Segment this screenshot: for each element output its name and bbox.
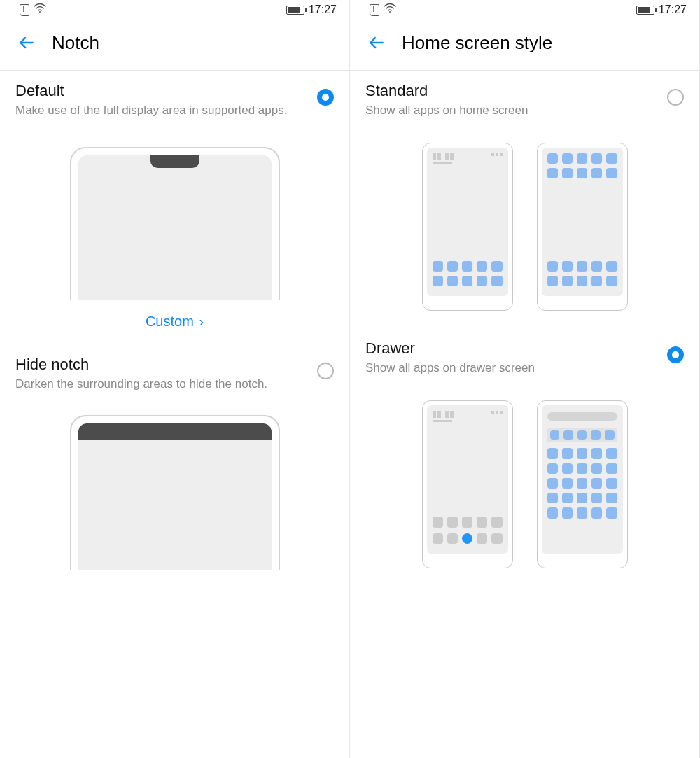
radio-hide-notch[interactable] xyxy=(317,363,334,379)
page-title: Notch xyxy=(52,32,99,54)
option-title: Drawer xyxy=(365,339,667,358)
option-title: Hide notch xyxy=(15,356,317,374)
preview-drawer xyxy=(350,386,699,585)
option-standard[interactable]: Standard Show all apps on home screen xyxy=(350,71,699,129)
option-title: Default xyxy=(15,82,317,100)
custom-link[interactable]: Custom › xyxy=(0,300,349,344)
arrow-left-icon xyxy=(18,34,36,52)
clock: 17:27 xyxy=(309,3,337,16)
option-title: Standard xyxy=(365,82,667,100)
back-button[interactable] xyxy=(15,31,39,55)
wifi-icon xyxy=(34,3,46,16)
sim-alert-icon xyxy=(370,4,379,16)
page-title: Home screen style xyxy=(402,32,552,54)
option-drawer[interactable]: Drawer Show all apps on drawer screen xyxy=(350,328,699,386)
radio-drawer[interactable] xyxy=(667,346,684,363)
battery-icon xyxy=(636,6,654,15)
battery-icon xyxy=(286,6,304,15)
preview-hide-notch xyxy=(0,402,349,570)
option-default[interactable]: Default Make use of the full display are… xyxy=(0,71,349,129)
preview-default xyxy=(0,129,349,300)
radio-default[interactable] xyxy=(317,89,334,106)
svg-point-0 xyxy=(39,11,41,13)
arrow-left-icon xyxy=(368,34,386,52)
option-desc: Show all apps on home screen xyxy=(365,103,667,119)
svg-point-1 xyxy=(389,11,391,13)
back-button[interactable] xyxy=(365,31,389,55)
option-hide-notch[interactable]: Hide notch Darken the surrounding areas … xyxy=(0,344,349,402)
header: Notch xyxy=(0,20,349,70)
notch-settings-screen: 17:27 Notch Default Make use of the full… xyxy=(0,0,350,758)
drawer-icon xyxy=(462,533,472,544)
option-desc: Darken the surrounding areas to hide the… xyxy=(15,377,317,393)
clock: 17:27 xyxy=(659,3,687,16)
chevron-right-icon: › xyxy=(199,314,204,329)
option-desc: Show all apps on drawer screen xyxy=(365,360,667,377)
preview-standard xyxy=(350,129,699,328)
status-bar: 17:27 xyxy=(0,0,349,20)
radio-standard[interactable] xyxy=(667,89,684,106)
status-bar: 17:27 xyxy=(350,0,699,20)
sim-alert-icon xyxy=(20,4,29,16)
home-screen-style-screen: 17:27 Home screen style Standard Show al… xyxy=(350,0,700,758)
notch-icon xyxy=(150,155,200,168)
header: Home screen style xyxy=(350,20,699,70)
custom-label: Custom xyxy=(146,314,194,329)
wifi-icon xyxy=(384,3,396,16)
option-desc: Make use of the full display area in sup… xyxy=(15,103,317,119)
search-bar-icon xyxy=(547,412,617,421)
dark-strip-icon xyxy=(78,423,272,440)
